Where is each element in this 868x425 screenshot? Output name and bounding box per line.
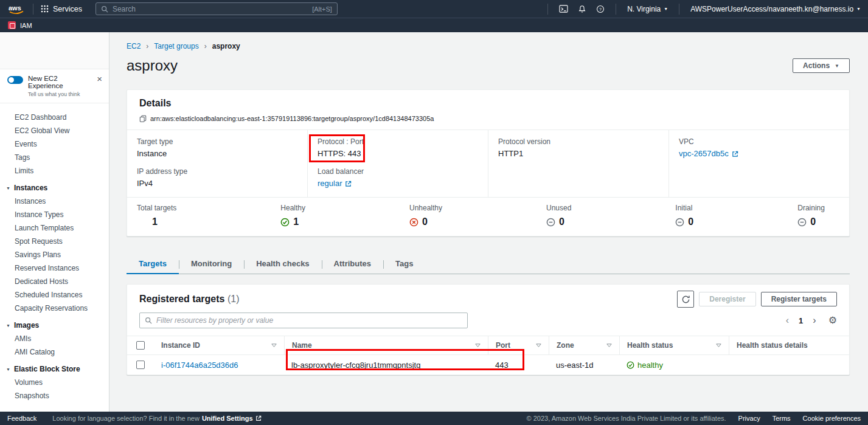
field-protocol-port: Protocol : Port HTTPS: 443 [318,137,478,159]
search-bar[interactable]: [Alt+S] [95,2,338,15]
settings-gear-icon[interactable]: ⚙ [828,316,837,325]
close-icon[interactable]: × [95,75,104,83]
tab-health-checks[interactable]: Health checks [244,254,321,274]
details-card-header: Details [127,90,849,116]
notifications-button[interactable] [578,5,586,13]
new-experience-subtitle: Tell us what you think [28,91,90,97]
table-header-health-status[interactable]: Health status [619,336,729,354]
target-name-cell: lb-asproxytyler-cfcg8jru1tmmqpntsjtg [284,355,488,375]
help-button[interactable]: ? [596,5,605,13]
row-checkbox[interactable] [136,361,145,369]
sidebar-item-tags[interactable]: Tags [0,151,109,164]
details-column-4: VPC vpc-2657db5c [668,130,849,197]
sidebar-item-snapshots[interactable]: Snapshots [0,389,109,403]
sidebar-section-instances[interactable]: ▼Instances [0,178,109,195]
target-port-cell: 443 [488,355,549,375]
sidebar-item-events[interactable]: Events [0,137,109,151]
breadcrumb-ec2[interactable]: EC2 [127,42,141,50]
iam-service-icon [8,21,16,29]
region-selector[interactable]: N. Virginia ▼ [627,5,668,13]
stat-value: 0 [688,216,693,227]
column-label: Zone [557,341,574,350]
tab-monitoring[interactable]: Monitoring [179,254,244,274]
pagination-page-1[interactable]: 1 [799,316,803,325]
cloudshell-button[interactable] [559,5,568,13]
sidebar-item-volumes[interactable]: Volumes [0,376,109,389]
sidebar-top-spacer [0,32,109,69]
copy-icon[interactable] [139,115,147,122]
table-header-health-status-details: Health status details [729,336,849,354]
table-header-instance-id[interactable]: Instance ID [154,336,284,354]
refresh-icon [681,295,690,304]
table-header-zone[interactable]: Zone [549,336,619,354]
terms-link[interactable]: Terms [773,415,791,422]
sidebar-item-ec2-dashboard[interactable]: EC2 Dashboard [0,111,109,124]
register-targets-button[interactable]: Register targets [761,292,837,306]
breadcrumb-target-groups[interactable]: Target groups [154,42,198,50]
deregister-button[interactable]: Deregister [699,292,755,306]
unified-settings-link[interactable]: Unified Settings [202,415,253,422]
arn-row: arn:aws:elasticloadbalancing:us-east-1:3… [127,115,849,130]
table-header-port[interactable]: Port [488,336,549,354]
page-title: asproxy [127,57,178,74]
sidebar-item-ami-catalog[interactable]: AMI Catalog [0,345,109,359]
pagination-next-icon[interactable]: › [813,316,816,325]
sidebar-item-scheduled-instances[interactable]: Scheduled Instances [0,288,109,302]
tab-attributes[interactable]: Attributes [322,254,383,274]
vpc-link[interactable]: vpc-2657db5c [679,149,729,159]
stat-label: Draining [797,204,825,212]
sidebar-item-amis[interactable]: AMIs [0,332,109,345]
sidebar-item-instances[interactable]: Instances [0,195,109,208]
stat-unhealthy: Unhealthy 0 [409,204,442,227]
privacy-link[interactable]: Privacy [738,415,760,422]
stat-draining: Draining 0 [797,204,825,227]
tab-tags[interactable]: Tags [383,254,425,274]
stat-unused: Unused 0 [546,204,571,227]
refresh-button[interactable] [677,291,694,308]
filter-box[interactable] [139,313,468,328]
sidebar-item-dedicated-hosts[interactable]: Dedicated Hosts [0,275,109,288]
field-value: HTTPS: 443 [318,149,478,159]
select-all-checkbox[interactable] [136,341,145,350]
stat-label: Unhealthy [409,204,442,212]
field-label: Protocol version [498,137,659,146]
language-note: Looking for language selection? Find it … [52,415,261,422]
sidebar-section-images[interactable]: ▼Images [0,315,109,332]
sidebar-item-capacity-reservations[interactable]: Capacity Reservations [0,302,109,315]
load-balancer-link[interactable]: regular [318,179,342,188]
sort-icon [716,344,721,347]
neutral-icon [546,218,555,227]
sidebar-item-instance-types[interactable]: Instance Types [0,208,109,221]
search-input[interactable] [113,5,308,13]
sidebar-item-savings-plans[interactable]: Savings Plans [0,248,109,261]
chevron-down-icon: ▼ [6,186,10,190]
sidebar-item-launch-templates[interactable]: Launch Templates [0,221,109,235]
services-menu[interactable]: Services [41,5,82,13]
actions-button[interactable]: Actions ▼ [793,58,850,73]
neutral-icon [675,218,684,227]
filter-input[interactable] [156,316,462,325]
sidebar-item-reserved-instances[interactable]: Reserved Instances [0,261,109,275]
cookie-preferences-link[interactable]: Cookie preferences [803,415,861,422]
sidebar-section-elastic-block-store[interactable]: ▼Elastic Block Store [0,359,109,376]
registered-targets-header: Registered targets (1) Deregister Regist… [127,285,849,313]
pagination: ‹ 1 › ⚙ [786,316,837,325]
cloudshell-icon [559,5,568,13]
registered-targets-count: (1) [227,294,240,304]
account-menu[interactable]: AWSPowerUserAccess/navaneeth.kn@harness.… [690,5,861,13]
sidebar-item-spot-requests[interactable]: Spot Requests [0,235,109,248]
aws-logo[interactable]: aws [7,3,26,15]
instance-id-link[interactable]: i-06f1744a6a25d36d6 [161,361,238,370]
table-header-name[interactable]: Name [284,336,488,354]
neutral-icon [797,218,807,227]
healthy-icon [280,218,290,227]
pagination-prev-icon[interactable]: ‹ [786,316,789,325]
tab-targets[interactable]: Targets [127,254,179,274]
column-label: Port [496,341,510,350]
sidebar-item-limits[interactable]: Limits [0,164,109,178]
new-experience-toggle[interactable] [7,76,23,84]
favorite-iam-link[interactable]: IAM [20,22,32,29]
feedback-link[interactable]: Feedback [7,415,36,422]
sidebar-item-ec2-global-view[interactable]: EC2 Global View [0,124,109,137]
field-value: Instance [137,149,297,159]
